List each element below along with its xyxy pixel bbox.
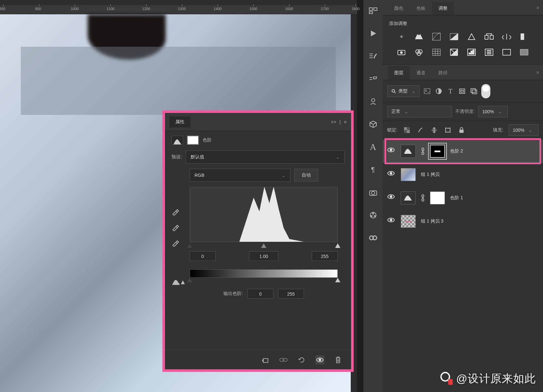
panel-menu-icon[interactable]: ≡ [344,119,347,125]
collapse-icon[interactable]: >> [331,119,336,125]
layer-name[interactable]: 组 1 拷贝 [421,172,440,178]
layer-row[interactable]: 色阶 1 [383,186,543,210]
lock-pixels-icon[interactable] [416,126,425,134]
layer-mask-thumb[interactable] [430,191,445,204]
exposure-icon[interactable] [449,32,459,42]
libraries-icon[interactable] [368,210,379,221]
layer-filter-kind[interactable]: 类型⌄ [387,85,420,97]
tab-paths[interactable]: 路径 [432,66,454,80]
tab-color[interactable]: 颜色 [388,2,410,15]
output-white-handle[interactable] [335,278,340,282]
filter-adjust-icon[interactable] [435,87,443,95]
clip-to-layer-icon[interactable] [261,355,270,364]
layer-row[interactable]: 组 1 拷贝 3 [383,210,543,233]
clip-warning-icon[interactable] [171,279,185,286]
layer-row[interactable]: 组 1 拷贝 [383,163,543,186]
cc-icon[interactable] [368,232,379,243]
delete-icon[interactable] [334,355,343,364]
layer-thumb[interactable] [401,168,416,181]
gamma-handle[interactable] [261,243,266,248]
fill-field[interactable]: 100%⌄ [509,124,538,136]
auto-button[interactable]: 自动 [294,169,318,182]
curves-icon[interactable] [431,32,442,42]
hue-sat-icon[interactable] [484,32,494,42]
lock-all-icon[interactable] [457,126,466,134]
white-point-handle[interactable] [335,243,340,248]
layer-name[interactable]: 色阶 2 [450,148,463,154]
camera-raw-icon[interactable] [368,187,379,198]
eyedropper-gray-icon[interactable] [171,223,180,232]
properties-tab[interactable]: 属性 [170,116,190,128]
gradient-map-icon[interactable] [501,47,512,57]
brightness-icon[interactable]: ☀ [396,32,407,42]
adjustment-thumb[interactable] [401,145,416,158]
layer-name[interactable]: 组 1 拷贝 3 [421,218,443,224]
input-slider[interactable] [190,243,338,249]
selection-rect[interactable] [21,47,336,115]
color-balance-icon[interactable] [501,32,512,42]
output-white-field[interactable]: 255 [278,289,304,299]
link-mask-icon[interactable] [421,194,425,202]
output-black-field[interactable]: 0 [247,289,273,299]
invert-icon[interactable] [449,47,459,57]
paragraph-panel-icon[interactable]: ¶ [368,164,379,175]
input-white-field[interactable]: 255 [312,251,338,261]
view-previous-icon[interactable] [279,355,288,364]
lock-artboard-icon[interactable] [444,126,452,134]
svg-point-2 [283,358,287,361]
vibrance-icon[interactable] [466,32,477,42]
tab-adjustments[interactable]: 调整 [432,2,454,15]
tab-channels[interactable]: 通道 [410,66,432,80]
clone-source-icon[interactable] [368,73,379,84]
visibility-icon[interactable] [387,170,396,179]
channel-select[interactable]: RGB⌄ [190,169,290,182]
selective-color-icon[interactable] [519,47,529,57]
3d-panel-icon[interactable] [368,119,379,130]
preset-select[interactable]: 默认值⌄ [186,151,345,164]
visibility-icon[interactable] [387,147,396,155]
black-white-icon[interactable] [519,32,529,42]
filter-smart-icon[interactable] [470,87,478,95]
character-panel-icon[interactable] [368,96,379,107]
panel-menu-icon[interactable]: ≡ [537,5,539,10]
threshold-icon[interactable] [484,47,494,57]
output-slider[interactable] [190,278,338,284]
input-gamma-field[interactable]: 1.00 [249,251,278,261]
lock-position-icon[interactable] [430,126,438,134]
reset-icon[interactable] [297,355,306,364]
posterize-icon[interactable] [466,47,477,57]
filter-pixel-icon[interactable] [423,87,431,95]
tab-layers[interactable]: 图层 [388,66,410,80]
black-point-handle[interactable] [187,243,192,248]
photo-filter-icon[interactable] [396,47,407,57]
actions-play-icon[interactable] [368,28,379,39]
adjustment-thumb[interactable] [401,191,416,204]
levels-icon[interactable] [414,32,424,42]
panel-menu-icon[interactable]: ≡ [537,70,539,75]
type-panel-icon[interactable]: A [368,141,379,153]
channel-mixer-icon[interactable] [414,47,424,57]
output-black-handle[interactable] [187,278,192,282]
histogram-panel-icon[interactable] [368,5,379,16]
eyedropper-black-icon[interactable] [171,208,180,216]
layer-name[interactable]: 色阶 1 [450,195,463,201]
layer-mask-thumb[interactable] [430,145,445,158]
visibility-icon[interactable] [387,194,396,202]
input-black-field[interactable]: 0 [190,251,216,261]
lock-trans-icon[interactable] [403,126,411,134]
filter-toggle[interactable] [481,84,490,98]
blend-mode-select[interactable]: 正常⌄ [387,106,452,117]
opacity-field[interactable]: 100%⌄ [478,106,508,117]
link-mask-icon[interactable] [421,148,425,155]
eyedropper-white-icon[interactable] [171,239,180,247]
filter-type-icon[interactable]: T [446,87,455,95]
layer-row[interactable]: 色阶 2 [383,140,543,163]
toggle-visibility-icon[interactable] [315,355,324,364]
tab-swatches[interactable]: 色板 [410,2,432,15]
visibility-icon[interactable] [387,217,396,226]
layer-thumb[interactable] [401,215,416,228]
brush-presets-icon[interactable] [368,51,379,62]
mask-thumb-icon[interactable] [187,136,199,145]
filter-shape-icon[interactable] [458,87,466,95]
color-lookup-icon[interactable] [431,47,442,57]
